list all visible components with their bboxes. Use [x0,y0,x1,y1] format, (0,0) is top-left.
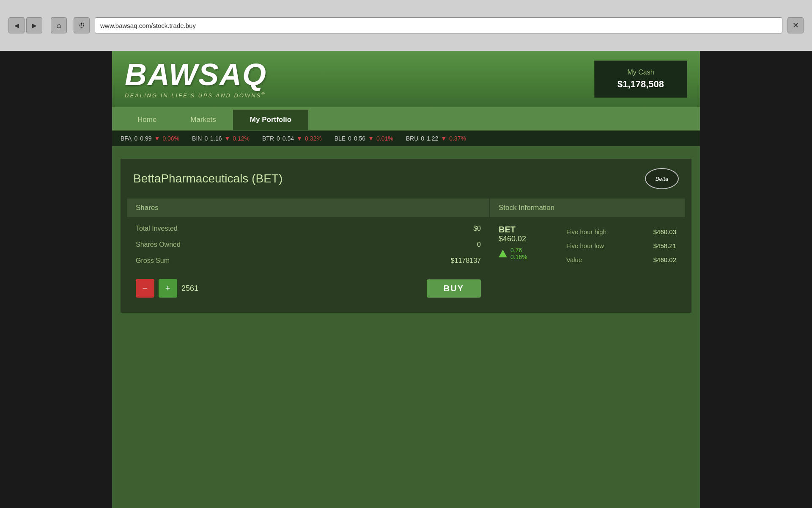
logo-section: BAWSAQ DEALING IN LIFE'S UPS AND DOWNS® [125,59,267,99]
content-area: BettaPharmaceuticals (BET) Betta Shares … [112,146,700,508]
nav-markets[interactable]: Markets [173,110,233,130]
stock-title: BettaPharmaceuticals (BET) [133,172,283,185]
quantity-display: 2561 [181,284,207,293]
decrease-quantity-button[interactable]: − [136,279,154,298]
address-bar[interactable]: www.bawsaq.com/stock.trade.buy [95,17,782,33]
total-invested-value: $0 [473,225,481,232]
stat-row-2: Value $460.02 [566,253,676,267]
info-panel-title: Stock Information [490,199,685,217]
shares-owned-label: Shares Owned [136,241,181,248]
site-header: BAWSAQ DEALING IN LIFE'S UPS AND DOWNS® … [112,51,700,107]
lcn-logo: LCN [672,107,691,130]
ticker-item-0: BFA 0 0.99 ▼ 0.06% [121,135,179,142]
stock-current-info: BET $460.02 0.76 0.16% [499,225,554,267]
total-invested-label: Total Invested [136,225,178,232]
nav-home[interactable]: Home [121,110,173,130]
betta-logo: Betta [645,168,679,189]
navigation-bar: Home Markets My Portfolio LCN [112,107,700,131]
ticker-item-4: BRU 0 1.22 ▼ 0.37% [406,135,466,142]
website-container: BAWSAQ DEALING IN LIFE'S UPS AND DOWNS® … [112,51,700,508]
stock-body: Shares Total Invested $0 Shares Owned 0 … [127,199,685,313]
stock-change-area: 0.76 0.16% [499,247,554,260]
stock-card-header: BettaPharmaceuticals (BET) Betta [121,159,691,199]
cash-amount: $1,178,508 [607,79,674,90]
cash-label: My Cash [607,69,674,76]
stat-row-0: Five hour high $460.03 [566,225,676,239]
browser-toolbar: ◀ ▶ ⌂ ⏱ www.bawsaq.com/stock.trade.buy ✕ [0,0,812,51]
refresh-button[interactable]: ⏱ [74,17,90,33]
site-tagline: DEALING IN LIFE'S UPS AND DOWNS® [125,91,267,99]
shares-owned-value: 0 [477,241,481,248]
ticker-item-1: BIN 0 1.16 ▼ 0.12% [192,135,250,142]
total-invested-row: Total Invested $0 [127,221,489,237]
shares-panel-title: Shares [127,199,489,217]
shares-panel: Shares Total Invested $0 Shares Owned 0 … [127,199,489,304]
ticker-item-3: BLE 0 0.56 ▼ 0.01% [335,135,393,142]
forward-button[interactable]: ▶ [26,17,42,33]
site-logo: BAWSAQ [125,59,267,90]
ticker-item-2: BTR 0 0.54 ▼ 0.32% [262,135,322,142]
up-arrow-icon [499,250,507,257]
ticker-tape: BFA 0 0.99 ▼ 0.06% BIN 0 1.16 ▼ 0.12% BT… [112,131,700,146]
back-button[interactable]: ◀ [8,17,25,33]
buy-controls: − + 2561 BUY [127,272,489,304]
stock-info-panel: Stock Information BET $460.02 0.76 0.16% [490,199,685,304]
stock-stats: Five hour high $460.03 Five hour low $45… [566,225,676,267]
cash-display: My Cash $1,178,508 [594,61,687,98]
info-body: BET $460.02 0.76 0.16% [490,221,685,271]
change-pct: 0.16% [510,254,527,260]
shares-owned-row: Shares Owned 0 [127,237,489,253]
buy-button[interactable]: BUY [427,279,481,298]
stock-card: BettaPharmaceuticals (BET) Betta Shares … [121,159,691,313]
close-button[interactable]: ✕ [787,17,804,33]
nav-buttons: ◀ ▶ [8,17,42,33]
home-button[interactable]: ⌂ [51,17,67,33]
stock-symbol: BET [499,225,554,235]
change-values: 0.76 0.16% [510,247,527,260]
increase-quantity-button[interactable]: + [159,279,177,298]
stat-row-1: Five hour low $458.21 [566,239,676,253]
change-value: 0.76 [510,247,527,254]
gross-sum-label: Gross Sum [136,257,170,265]
gross-sum-value: $1178137 [451,257,481,265]
nav-portfolio[interactable]: My Portfolio [233,110,308,130]
gross-sum-row: Gross Sum $1178137 [127,253,489,269]
stock-price: $460.02 [499,235,554,243]
